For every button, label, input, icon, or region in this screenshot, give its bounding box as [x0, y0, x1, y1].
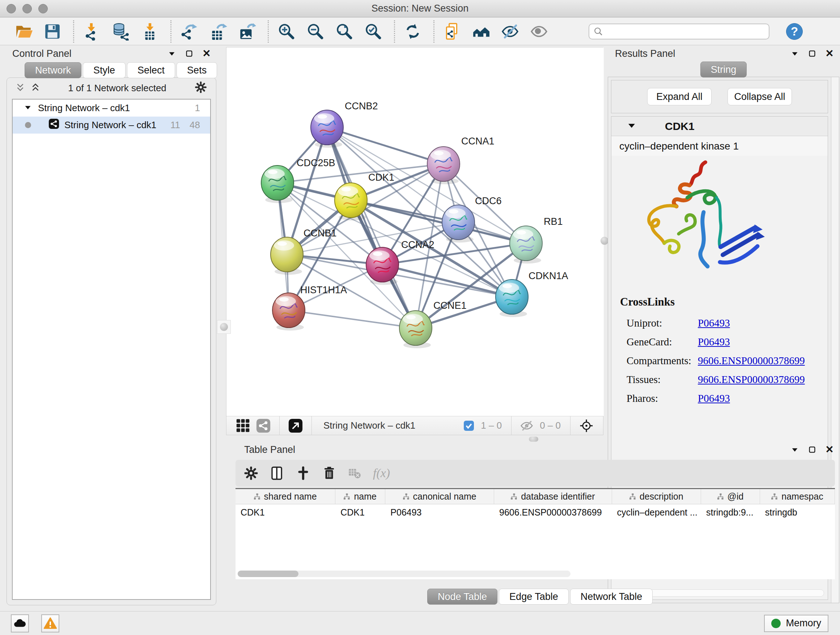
network-edge-HIST1H1A-CCNE1[interactable] — [289, 310, 416, 328]
cloud-icon[interactable] — [11, 614, 29, 632]
export-network-icon[interactable] — [179, 21, 200, 42]
node-label-HIST1H1A: HIST1H1A — [300, 285, 347, 295]
import-database-icon[interactable] — [111, 21, 131, 42]
table-cell[interactable]: stringdb:9... — [701, 504, 760, 520]
panel-close-icon[interactable]: ✕ — [202, 49, 211, 58]
tab-network-table[interactable]: Network Table — [570, 589, 653, 605]
help-icon[interactable]: ? — [786, 23, 803, 40]
delete-table-icon[interactable] — [347, 466, 362, 480]
crosslink-link[interactable]: P06493 — [698, 393, 730, 404]
crosslink-link[interactable]: P06493 — [698, 317, 730, 329]
gene-collapse-icon[interactable] — [627, 121, 636, 131]
horizontal-divider-handle[interactable] — [529, 437, 538, 442]
network-node-CDC25B[interactable] — [261, 165, 294, 203]
tab-node-table[interactable]: Node Table — [427, 589, 497, 605]
memory-button[interactable]: Memory — [764, 615, 829, 632]
table-cell[interactable]: P06493 — [385, 504, 494, 520]
table-panel-header: Table Panel ✕ — [226, 442, 840, 457]
gene-header-row[interactable]: CDK1 — [611, 117, 828, 136]
collapse-all-networks-icon[interactable] — [16, 82, 25, 93]
expand-all-networks-icon[interactable] — [31, 82, 40, 93]
tab-string[interactable]: String — [700, 62, 747, 78]
function-builder-icon[interactable]: f(x) — [373, 466, 390, 480]
panel-menu-icon[interactable] — [167, 49, 177, 58]
export-view-icon[interactable] — [288, 418, 303, 433]
save-session-icon[interactable] — [42, 21, 63, 42]
table-horizontal-scrollbar[interactable] — [238, 570, 570, 577]
table-cell[interactable]: cyclin–dependent ... — [612, 504, 701, 520]
tab-select[interactable]: Select — [127, 62, 175, 78]
network-node-CDKN1A[interactable] — [496, 279, 528, 317]
network-edge-CCNB2-CCNA1[interactable] — [327, 127, 444, 164]
panel-float-icon[interactable] — [807, 49, 817, 58]
open-session-icon[interactable] — [13, 21, 34, 42]
tab-edge-table[interactable]: Edge Table — [499, 589, 569, 605]
import-network-icon[interactable] — [81, 21, 103, 42]
show-all-icon[interactable] — [529, 21, 549, 42]
crosslink-link[interactable]: P06493 — [698, 336, 730, 348]
column-header-canonical-name[interactable]: canonical name — [385, 489, 494, 504]
column-header-shared-name[interactable]: shared name — [235, 489, 335, 504]
table-cell[interactable]: CDK1 — [335, 504, 385, 520]
show-columns-icon[interactable] — [270, 466, 285, 481]
gear-icon[interactable] — [194, 81, 207, 95]
panel-divider-handle[interactable] — [217, 320, 231, 334]
gear-icon[interactable] — [243, 466, 259, 481]
zoom-out-icon[interactable] — [305, 21, 326, 42]
panel-float-icon[interactable] — [807, 445, 817, 454]
panel-close-icon[interactable]: ✕ — [825, 49, 834, 58]
network-node-CCNE1[interactable] — [399, 310, 432, 348]
network-tree-root-row[interactable]: String Network – cdk1 1 — [13, 100, 210, 117]
home-pages-icon[interactable] — [471, 21, 492, 42]
zoom-in-icon[interactable] — [276, 21, 297, 42]
column-header-name[interactable]: name — [335, 489, 385, 504]
warning-icon[interactable] — [41, 614, 59, 632]
network-tree-item-row[interactable]: String Network – cdk1 11 48 — [13, 117, 210, 134]
panel-menu-icon[interactable] — [790, 445, 799, 454]
network-node-CCNB2[interactable] — [311, 110, 343, 148]
refresh-icon[interactable] — [402, 21, 423, 42]
export-image-icon[interactable] — [237, 21, 257, 42]
tree-expander-icon[interactable] — [24, 103, 32, 114]
panel-float-icon[interactable] — [185, 49, 194, 58]
hidden-eye-slash-icon[interactable] — [520, 419, 533, 432]
birdseye-grid-icon[interactable] — [236, 418, 250, 433]
column-header-namespac[interactable]: namespac — [760, 489, 835, 504]
hide-selected-icon[interactable] — [500, 21, 521, 42]
search-input[interactable] — [589, 24, 769, 40]
zoom-selected-icon[interactable] — [363, 21, 384, 42]
table-row[interactable]: CDK1CDK1P064939606.ENSP00000378699cyclin… — [235, 504, 835, 520]
expand-all-button[interactable]: Expand All — [647, 88, 712, 105]
network-node-CCNA1[interactable] — [427, 147, 460, 184]
column-header-database-identifier[interactable]: database identifier — [494, 489, 612, 504]
table-cell[interactable]: 9606.ENSP00000378699 — [494, 504, 612, 520]
delete-column-icon[interactable] — [322, 466, 337, 481]
selected-checkbox-icon[interactable] — [463, 420, 474, 431]
tab-style[interactable]: Style — [83, 62, 126, 78]
panel-close-icon[interactable]: ✕ — [825, 445, 834, 454]
network-node-HIST1H1A[interactable] — [272, 293, 305, 331]
collapse-all-button[interactable]: Collapse All — [728, 88, 792, 105]
panel-menu-icon[interactable] — [790, 49, 799, 58]
network-canvas[interactable]: CCNB2CCNA1CDC25BCDK1CDC6RB1CCNB1CCNA2CDK… — [226, 48, 604, 416]
column-header-description[interactable]: description — [612, 489, 701, 504]
network-share-icon[interactable] — [256, 418, 271, 433]
zoom-fit-icon[interactable] — [334, 21, 355, 42]
crosshair-icon[interactable] — [579, 418, 594, 433]
tab-sets[interactable]: Sets — [177, 62, 217, 78]
scrollbar-thumb[interactable] — [238, 570, 298, 577]
clone-network-icon[interactable] — [442, 21, 463, 42]
crosslink-link[interactable]: 9606.ENSP00000378699 — [698, 355, 805, 367]
table-cell[interactable]: CDK1 — [235, 504, 335, 520]
network-view-toolbar: String Network – cdk1 1 – 0 0 – 0 — [226, 416, 603, 435]
crosslink-link[interactable]: 9606.ENSP00000378699 — [698, 374, 805, 386]
network-node-RB1[interactable] — [510, 226, 542, 264]
column-header-@id[interactable]: @id — [701, 489, 760, 504]
export-table-icon[interactable] — [208, 21, 229, 42]
tab-network[interactable]: Network — [25, 62, 81, 78]
network-node-CCNB1[interactable] — [271, 237, 303, 275]
import-table-icon[interactable] — [139, 21, 160, 42]
table-cell[interactable]: stringdb — [760, 504, 835, 520]
add-column-icon[interactable] — [295, 466, 311, 481]
network-edge-CCNB2-CCNE1[interactable] — [327, 127, 416, 328]
